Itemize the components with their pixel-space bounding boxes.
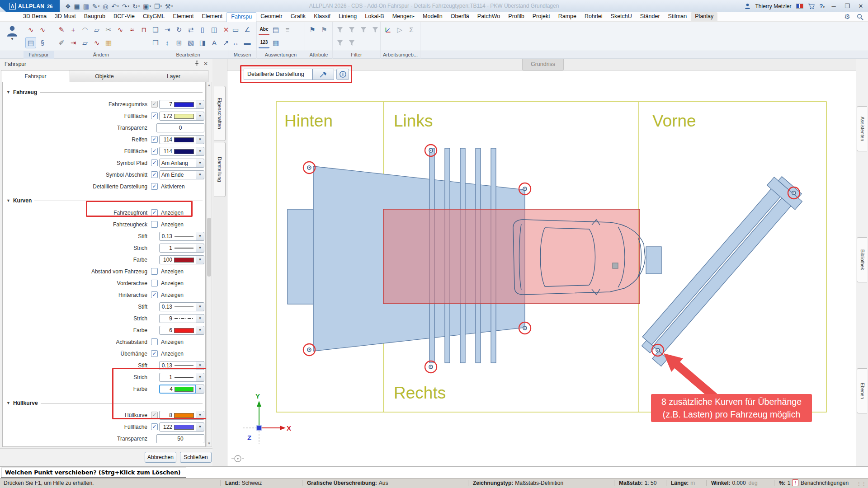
füllfläche-checkbox[interactable]: ✓: [151, 113, 158, 119]
dropdown-arrow[interactable]: ▼: [196, 159, 204, 168]
menu-item-fahrspu[interactable]: Fahrspu: [226, 12, 256, 22]
section-header-fahrzeug[interactable]: ▼Fahrzeug: [6, 88, 203, 97]
strich-combo[interactable]: 1: [159, 373, 196, 382]
farbe-combo[interactable]: 4: [159, 385, 196, 394]
detaillierte-darstellung-icon[interactable]: ▤: [25, 37, 36, 48]
schliessen-button[interactable]: Schließen: [180, 452, 212, 463]
panel-close-icon[interactable]: ✕: [203, 61, 208, 67]
strich-combo[interactable]: 9: [159, 314, 196, 323]
rahmen-icon[interactable]: ◫: [209, 24, 220, 35]
collapse-arrow-icon[interactable]: ▼: [6, 401, 10, 405]
summe-icon[interactable]: Σ: [406, 24, 417, 35]
origin-compass-icon[interactable]: [231, 455, 244, 462]
page-icon-dropdown[interactable]: ▾: [160, 5, 162, 8]
prompt-text[interactable]: Welchen Punkt verschieben? (Strg+Klick z…: [1, 468, 186, 478]
panel-tab-objekte[interactable]: Objekte: [70, 70, 139, 82]
blatt-icon[interactable]: ▱: [80, 37, 90, 48]
section-header-kurven[interactable]: ▼Kurven: [6, 196, 203, 205]
dropdown-arrow[interactable]: ▼: [196, 302, 204, 311]
reifen-checkbox[interactable]: ✓: [151, 136, 158, 143]
dropdown-arrow[interactable]: ▼: [196, 411, 204, 420]
menu-item-geometr[interactable]: Geometr: [256, 12, 287, 22]
page-icon[interactable]: ❐▾: [153, 1, 163, 11]
menu-item-klassif[interactable]: Klassif: [310, 12, 335, 22]
scroll-down-arrow[interactable]: ▼: [207, 441, 212, 446]
stift-icon[interactable]: ✎: [56, 24, 67, 35]
edit-doc-icon-dropdown[interactable]: ▾: [98, 5, 100, 8]
menu-item-profilb[interactable]: Profilb: [504, 12, 528, 22]
maximize-button[interactable]: ❐: [843, 3, 852, 9]
undo-icon[interactable]: ↶▾: [111, 1, 120, 11]
symbol-abschnitt-combo[interactable]: Am Ende: [159, 170, 196, 179]
front-load-assembly[interactable]: [632, 173, 807, 366]
right-tab-assistenten[interactable]: Assistenten: [857, 106, 867, 151]
pinsel-icon[interactable]: ✐: [56, 37, 67, 48]
füllfläche-checkbox[interactable]: ✓: [151, 423, 158, 430]
menu-item-mengen-[interactable]: Mengen-: [388, 12, 419, 22]
dropdown-arrow[interactable]: ▼: [196, 112, 204, 121]
filter-4-icon[interactable]: [370, 24, 381, 35]
stift-combo[interactable]: 0.13: [159, 232, 196, 241]
tabelle-icon[interactable]: ▦: [270, 37, 281, 48]
notifications-button[interactable]: ! Benachrichtigungen: [792, 479, 849, 486]
attribut-loeschen-icon[interactable]: ⚑: [319, 24, 330, 35]
menu-item-stilman[interactable]: Stilman: [664, 12, 691, 22]
shop-cart-icon[interactable]: [808, 3, 815, 9]
tools-icon-dropdown[interactable]: ▾: [171, 5, 173, 8]
koordinaten-icon[interactable]: [382, 24, 393, 35]
filter-1-icon[interactable]: [335, 24, 345, 35]
symbol-pfad-combo[interactable]: Am Anfang: [159, 159, 196, 168]
scroll-up-arrow[interactable]: ▲: [207, 83, 212, 87]
dropdown-arrow[interactable]: ▼: [196, 244, 204, 253]
menu-item-modelln[interactable]: Modelln: [419, 12, 447, 22]
side-tab-darstellung[interactable]: Darstellung: [214, 142, 226, 197]
help-button[interactable]: ?▾: [820, 3, 825, 9]
detail-display-field[interactable]: Detaillierte Darstellung: [244, 69, 312, 80]
redo-icon-dropdown[interactable]: ▾: [127, 5, 129, 8]
punkt-einfuegen-icon[interactable]: +: [68, 24, 79, 35]
pan-view-icon[interactable]: ◎: [102, 1, 109, 11]
dropdown-arrow[interactable]: ▼: [196, 326, 204, 335]
achsabstand-checkbox[interactable]: [151, 338, 158, 345]
dropdown-arrow[interactable]: ▼: [196, 232, 204, 241]
dropdown-arrow[interactable]: ▼: [196, 100, 204, 109]
stift-combo[interactable]: 0.13: [159, 361, 196, 370]
welle-icon[interactable]: ≈: [127, 24, 137, 35]
profile-dropdown-arrow[interactable]: ▼: [3, 37, 22, 41]
menu-item-projekt[interactable]: Projekt: [528, 12, 554, 22]
transparenz-input[interactable]: 50: [156, 434, 204, 443]
trennen-icon[interactable]: ✂: [103, 24, 114, 35]
dropdown-arrow[interactable]: ▼: [196, 255, 204, 264]
abstand-vom-fahrzeug-checkbox[interactable]: [151, 268, 158, 275]
pin-icon[interactable]: [194, 61, 200, 66]
filter-2-icon[interactable]: [346, 24, 357, 35]
image-icon[interactable]: ▣▾: [142, 1, 152, 11]
winkel-icon[interactable]: ∠: [242, 24, 253, 35]
close-button[interactable]: ✕: [856, 3, 865, 9]
country-flag-icon[interactable]: [796, 4, 803, 9]
tauschen-icon[interactable]: ⇄: [185, 24, 196, 35]
farbe-combo[interactable]: 100: [159, 255, 196, 264]
dropdown-arrow[interactable]: ▼: [196, 170, 204, 179]
dropdown-arrow[interactable]: ▼: [196, 314, 204, 323]
vorderachse-checkbox[interactable]: [151, 280, 158, 286]
hinterachse-checkbox[interactable]: ✓: [151, 291, 158, 298]
überhänge-checkbox[interactable]: ✓: [151, 350, 158, 357]
kopieren-icon[interactable]: ❏: [150, 24, 161, 35]
dropdown-arrow[interactable]: ▼: [196, 147, 204, 156]
dropdown-arrow[interactable]: ▼: [196, 385, 204, 394]
füllfläche-combo[interactable]: 122: [159, 422, 196, 432]
eyedropper-button[interactable]: [312, 69, 334, 80]
text-abc-icon[interactable]: Abc: [259, 24, 269, 35]
flaeche-icon[interactable]: ▬: [242, 37, 253, 48]
refresh-icon-dropdown[interactable]: ▾: [138, 5, 140, 8]
fahrzeugumriss-combo[interactable]: 7: [159, 100, 196, 109]
menu-item-citygml[interactable]: CityGML: [139, 12, 169, 22]
project-cube-icon[interactable]: ❖: [64, 1, 72, 11]
section-header-h-llkurve[interactable]: ▼Hüllkurve: [6, 399, 203, 408]
fahrzeugheck-checkbox[interactable]: [151, 221, 158, 228]
overhang-overlay-rect[interactable]: [383, 209, 640, 304]
minimize-button[interactable]: ─: [829, 3, 838, 9]
bogen-icon[interactable]: ◠: [80, 24, 90, 35]
spiegeln2-icon[interactable]: ◨: [197, 37, 208, 48]
